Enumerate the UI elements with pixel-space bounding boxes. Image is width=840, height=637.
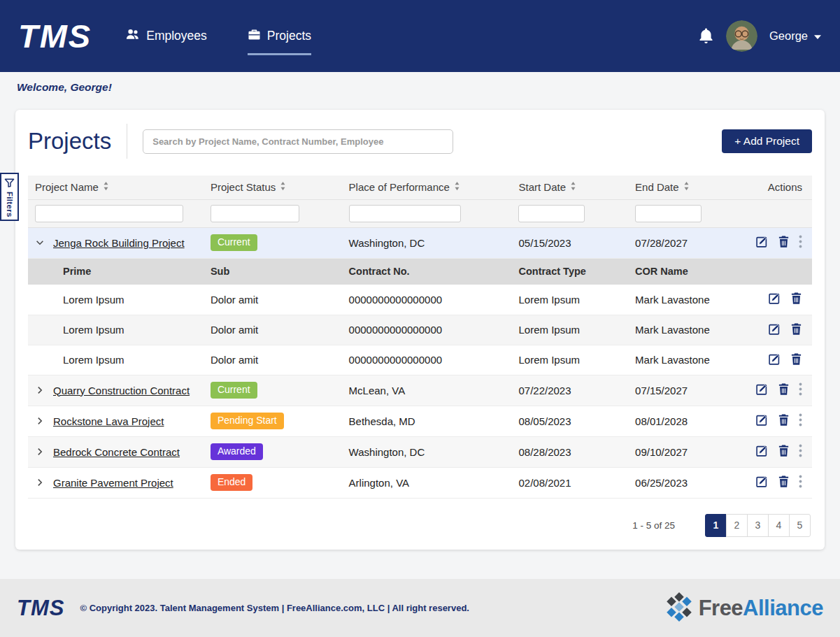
status-badge: Pending Start (211, 413, 284, 429)
search-input[interactable] (143, 129, 453, 154)
subtable-header-row: PrimeSubContract No.Contract TypeCOR Nam… (28, 258, 812, 285)
chevron-right-icon[interactable] (35, 385, 45, 395)
delete-icon[interactable] (778, 444, 790, 457)
project-name-link[interactable]: Granite Pavement Project (53, 477, 173, 489)
filter-row (28, 199, 812, 227)
edit-icon[interactable] (755, 413, 769, 427)
delete-icon[interactable] (790, 322, 802, 336)
end-date-cell: 06/25/2023 (628, 467, 745, 498)
pagination-summary: 1 - 5 of 25 (632, 520, 675, 531)
project-name-link[interactable]: Bedrock Concrete Contract (53, 446, 180, 458)
column-header-project-name: Project Name (28, 176, 204, 199)
delete-icon[interactable] (790, 352, 802, 366)
filter-input-end-date[interactable] (635, 205, 702, 222)
sort-icon (454, 181, 460, 193)
sort-icon (103, 181, 109, 193)
filter-input-place[interactable] (349, 205, 461, 222)
sort-place[interactable]: Place of Performance (349, 181, 460, 193)
subtable-column-header: Contract No. (342, 258, 512, 285)
status-badge: Awarded (211, 443, 263, 460)
sort-start-date[interactable]: Start Date (518, 181, 576, 193)
project-row: Bedrock Concrete ContractAwardedWashingt… (28, 436, 812, 467)
sort-icon (570, 181, 576, 193)
edit-icon[interactable] (755, 475, 769, 488)
edit-icon[interactable] (755, 382, 769, 396)
page-button-4[interactable]: 4 (768, 514, 790, 537)
place-cell: McLean, VA (342, 375, 512, 406)
chevron-right-icon[interactable] (35, 416, 45, 426)
page-button-3[interactable]: 3 (747, 514, 769, 537)
nav-item-projects[interactable]: Projects (248, 26, 311, 47)
user-menu[interactable]: George (769, 29, 822, 43)
filter-input-project-name[interactable] (35, 205, 183, 222)
subtable-column-header: Sub (204, 258, 342, 285)
table-header-row: Project Name Project Status Place of Per… (28, 176, 812, 199)
notifications-bell-icon[interactable] (698, 27, 714, 45)
nav-label: Employees (146, 29, 207, 43)
edit-icon[interactable] (768, 292, 781, 305)
page-button-1[interactable]: 1 (705, 514, 727, 537)
edit-icon[interactable] (755, 444, 769, 457)
row-menu-icon[interactable] (799, 382, 802, 396)
project-row: Jenga Rock Building ProjectCurrentWashin… (28, 227, 812, 258)
sort-project-status[interactable]: Project Status (211, 181, 286, 193)
brand-free: Free (699, 596, 743, 620)
caret-down-icon (813, 29, 822, 43)
chevron-right-icon[interactable] (35, 478, 45, 487)
chevron-down-icon[interactable] (35, 238, 45, 248)
contract-row: Lorem IpsumDolor amit0000000000000000Lor… (28, 345, 812, 375)
status-badge: Ended (211, 474, 252, 491)
sub-cell: Dolor amit (204, 345, 342, 375)
add-project-button[interactable]: + Add Project (722, 129, 812, 153)
footer: TMS © Copyright 2023. Talent Management … (0, 579, 840, 637)
contract-row: Lorem IpsumDolor amit0000000000000000Lor… (28, 285, 812, 315)
delete-icon[interactable] (778, 475, 790, 488)
filters-tab[interactable]: Filters (0, 173, 19, 221)
chevron-right-icon[interactable] (35, 447, 45, 457)
page-button-2[interactable]: 2 (726, 514, 748, 537)
column-header-place: Place of Performance (342, 176, 512, 199)
row-menu-icon[interactable] (799, 235, 802, 248)
projects-icon (248, 29, 261, 44)
end-date-cell: 08/01/2028 (628, 406, 745, 436)
project-row: Quarry Construction ContractCurrentMcLea… (28, 375, 812, 406)
sort-project-name[interactable]: Project Name (35, 181, 109, 193)
row-menu-icon[interactable] (799, 475, 802, 488)
row-menu-icon[interactable] (799, 444, 802, 457)
delete-icon[interactable] (778, 382, 790, 396)
project-name-link[interactable]: Jenga Rock Building Project (53, 237, 185, 249)
place-cell: Washington, DC (342, 436, 512, 467)
delete-icon[interactable] (778, 413, 790, 427)
nav-label: Projects (267, 29, 311, 43)
edit-icon[interactable] (768, 322, 781, 336)
project-name-link[interactable]: Quarry Construction Contract (53, 385, 190, 396)
subtable-column-header: Contract Type (511, 258, 628, 285)
row-menu-icon[interactable] (799, 413, 802, 427)
project-name-link[interactable]: Rockstone Lava Project (53, 415, 164, 427)
page-button-5[interactable]: 5 (789, 514, 811, 537)
place-cell: Bethesda, MD (342, 406, 512, 436)
filters-tab-label: Filters (6, 192, 14, 217)
contract-no-cell: 0000000000000000 (342, 345, 512, 375)
filter-input-start-date[interactable] (518, 205, 585, 222)
delete-icon[interactable] (790, 292, 802, 305)
edit-icon[interactable] (755, 235, 769, 248)
sub-cell: Dolor amit (204, 285, 342, 315)
column-header-actions: Actions (745, 176, 812, 199)
projects-table: Project Name Project Status Place of Per… (28, 176, 812, 499)
card-header: Projects + Add Project (28, 124, 812, 159)
contract-row: Lorem IpsumDolor amit0000000000000000Lor… (28, 315, 812, 345)
column-header-project-status: Project Status (204, 176, 342, 199)
sort-end-date[interactable]: End Date (635, 181, 690, 193)
prime-cell: Lorem Ipsum (28, 315, 204, 345)
freealliance-cubes-icon (664, 592, 694, 625)
project-row: Granite Pavement ProjectEndedArlington, … (28, 467, 812, 498)
projects-card: Projects + Add Project Project Name Proj… (15, 110, 825, 550)
user-avatar[interactable] (726, 20, 757, 52)
nav-item-employees[interactable]: Employees (125, 26, 207, 46)
start-date-cell: 07/22/2023 (511, 375, 628, 406)
brand-alliance: Alliance (743, 596, 823, 620)
edit-icon[interactable] (768, 352, 781, 366)
delete-icon[interactable] (778, 235, 790, 248)
filter-input-project-status[interactable] (211, 205, 299, 222)
